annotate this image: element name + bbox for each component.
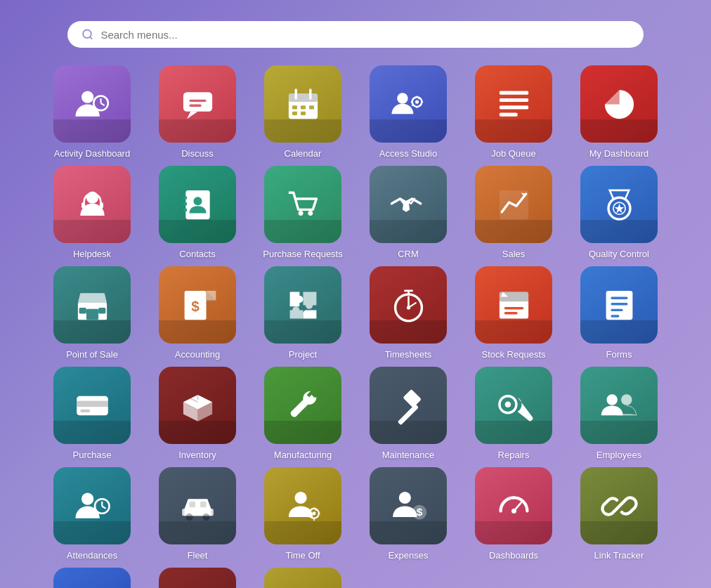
app-icon-helpdesk xyxy=(53,166,131,243)
app-item-maintenance[interactable]: Maintenance xyxy=(359,367,457,460)
svg-marker-40 xyxy=(614,203,624,213)
app-item-job-queue[interactable]: Job Queue xyxy=(464,65,563,159)
app-icon-activity-dashboard xyxy=(53,65,131,143)
svg-point-72 xyxy=(504,401,511,407)
app-icon-quality-control xyxy=(580,166,658,243)
app-label-job-queue: Job Queue xyxy=(491,148,536,159)
app-icon-repairs xyxy=(475,367,552,444)
app-label-employees: Employees xyxy=(596,450,641,460)
svg-point-87 xyxy=(398,491,410,503)
svg-rect-43 xyxy=(79,307,86,313)
app-item-dashboards[interactable]: Dashboards xyxy=(464,467,563,561)
svg-rect-32 xyxy=(183,202,186,205)
app-item-inventory[interactable]: Inventory xyxy=(148,367,247,460)
app-item-activity-dashboard[interactable]: Activity Dashboard xyxy=(43,65,141,159)
app-label-accounting: Accounting xyxy=(175,349,220,360)
svg-rect-17 xyxy=(292,111,297,115)
app-icon-my-dashboard xyxy=(580,65,658,143)
app-icon-sales xyxy=(475,166,552,243)
app-label-helpdesk: Helpdesk xyxy=(73,249,111,259)
svg-point-30 xyxy=(193,197,202,205)
app-icon-timesheets xyxy=(370,266,447,344)
app-item-employees[interactable]: Employees xyxy=(570,367,668,460)
app-icon-apps xyxy=(159,568,236,588)
svg-rect-16 xyxy=(309,105,314,109)
app-item-helpdesk[interactable]: Helpdesk xyxy=(43,166,141,259)
svg-rect-14 xyxy=(292,105,297,109)
app-item-crm[interactable]: CRM xyxy=(359,166,457,259)
svg-rect-33 xyxy=(183,208,186,211)
search-input[interactable] xyxy=(100,29,630,41)
app-item-expenses[interactable]: $Expenses xyxy=(359,467,457,561)
svg-rect-18 xyxy=(301,111,306,115)
app-label-crm: CRM xyxy=(398,249,419,259)
app-label-maintenance: Maintenance xyxy=(382,450,434,460)
app-item-sales[interactable]: Sales xyxy=(464,166,563,259)
svg-rect-23 xyxy=(499,98,528,101)
svg-text:$: $ xyxy=(191,298,200,314)
app-icon-access-studio xyxy=(370,65,447,143)
app-item-budgeting[interactable]: $Budgeting xyxy=(43,568,141,588)
svg-rect-58 xyxy=(504,311,517,313)
app-item-manufacturing[interactable]: Manufacturing xyxy=(254,367,352,460)
app-icon-expenses: $ xyxy=(370,467,447,544)
svg-rect-9 xyxy=(189,104,201,106)
svg-rect-67 xyxy=(80,409,90,412)
app-item-fleet[interactable]: Fleet xyxy=(148,467,247,561)
app-icon-time-off xyxy=(264,467,341,544)
app-item-project[interactable]: Project xyxy=(254,266,352,360)
app-icon-employees xyxy=(580,367,658,444)
app-item-my-dashboard[interactable]: My Dashboard xyxy=(570,65,668,159)
app-item-apps[interactable]: Apps xyxy=(148,568,247,588)
app-label-attendances: Attendances xyxy=(67,550,117,561)
app-item-purchase[interactable]: Purchase xyxy=(43,367,141,460)
app-item-timesheets[interactable]: Timesheets xyxy=(359,266,457,360)
app-item-point-of-sale[interactable]: Point of Sale xyxy=(43,266,141,360)
app-item-stock-requests[interactable]: Stock Requests xyxy=(464,266,563,360)
svg-rect-66 xyxy=(77,400,108,407)
app-icon-project xyxy=(264,266,341,344)
svg-rect-22 xyxy=(499,91,528,94)
svg-rect-62 xyxy=(611,303,627,305)
app-icon-dashboards xyxy=(475,467,552,544)
app-item-forms[interactable]: Forms xyxy=(570,266,668,360)
svg-point-86 xyxy=(312,511,315,515)
app-item-calendar[interactable]: Calendar xyxy=(254,65,352,159)
app-icon-manufacturing xyxy=(264,367,341,444)
app-icon-point-of-sale xyxy=(53,266,131,344)
app-item-repairs[interactable]: Repairs xyxy=(464,367,563,460)
app-label-timesheets: Timesheets xyxy=(385,349,432,360)
svg-rect-82 xyxy=(189,501,195,507)
app-icon-purchase xyxy=(53,367,131,444)
app-item-contacts[interactable]: Contacts xyxy=(148,166,247,259)
app-item-time-off[interactable]: Time Off xyxy=(254,467,352,561)
app-label-calendar: Calendar xyxy=(285,148,322,159)
svg-text:$: $ xyxy=(416,506,422,518)
app-label-manufacturing: Manufacturing xyxy=(274,450,332,460)
app-icon-attendances xyxy=(53,467,131,544)
svg-rect-31 xyxy=(183,196,186,199)
svg-rect-70 xyxy=(403,388,422,407)
app-item-settings[interactable]: Settings xyxy=(254,568,352,588)
app-item-accounting[interactable]: $Accounting xyxy=(148,266,247,360)
app-icon-forms xyxy=(580,266,658,344)
svg-point-75 xyxy=(81,492,93,504)
svg-line-92 xyxy=(617,504,622,509)
app-label-forms: Forms xyxy=(606,349,632,360)
app-label-quality-control: Quality Control xyxy=(589,249,649,259)
svg-rect-24 xyxy=(499,105,528,109)
app-icon-accounting: $ xyxy=(159,266,236,344)
svg-point-84 xyxy=(294,491,306,503)
svg-point-35 xyxy=(308,211,313,216)
app-item-purchase-requests[interactable]: Purchase Requests xyxy=(254,166,352,259)
app-item-link-tracker[interactable]: Link Tracker xyxy=(570,467,668,561)
app-item-discuss[interactable]: Discuss xyxy=(148,65,247,159)
app-item-quality-control[interactable]: Quality Control xyxy=(570,166,668,259)
svg-point-21 xyxy=(415,100,418,103)
app-item-access-studio[interactable]: Access Studio xyxy=(359,65,457,159)
app-icon-purchase-requests xyxy=(264,166,341,243)
svg-rect-42 xyxy=(86,308,98,319)
app-label-point-of-sale: Point of Sale xyxy=(66,349,118,360)
app-item-attendances[interactable]: Attendances xyxy=(43,467,141,561)
app-icon-settings xyxy=(264,568,341,588)
